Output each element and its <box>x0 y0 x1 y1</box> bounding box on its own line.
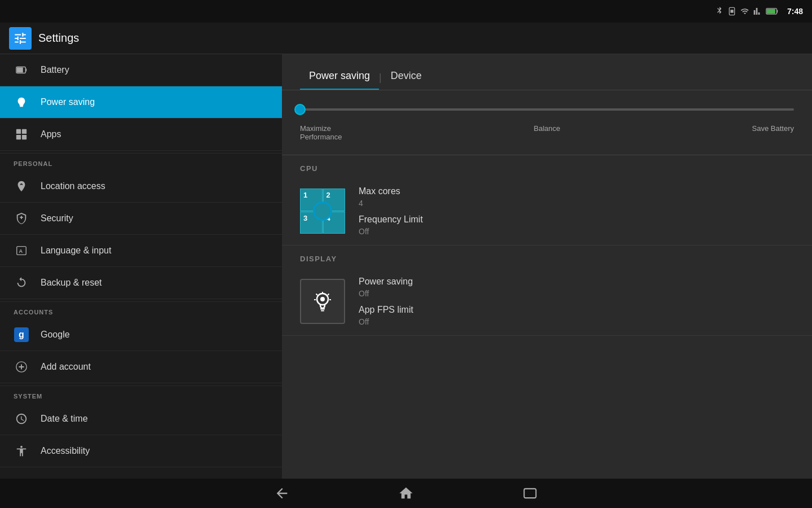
sim-icon <box>727 7 736 16</box>
sidebar-item-google-label: Google <box>41 330 70 340</box>
display-power-saving-label: Power saving <box>359 277 794 287</box>
section-header-personal: PERSONAL <box>0 153 282 170</box>
datetime-icon <box>14 411 29 427</box>
tab-device[interactable]: Device <box>382 65 431 90</box>
home-button[interactable] <box>395 482 417 505</box>
slider-section: MaximizePerformance Balance Save Battery <box>282 90 812 155</box>
location-icon <box>14 178 29 194</box>
google-icon: g <box>14 327 29 343</box>
sidebar-item-accessibility[interactable]: Accessibility <box>0 435 282 467</box>
sidebar-item-battery[interactable]: Battery <box>0 54 282 86</box>
display-icon <box>300 279 345 324</box>
sidebar-item-battery-label: Battery <box>41 65 69 75</box>
bottom-nav-bar <box>0 479 812 508</box>
sidebar-item-datetime-label: Date & time <box>41 414 88 424</box>
svg-line-20 <box>328 294 329 296</box>
svg-text:A: A <box>19 248 23 254</box>
sidebar-item-date-time[interactable]: Date & time <box>0 403 282 435</box>
back-button[interactable] <box>271 482 293 505</box>
sidebar-item-power-saving-label: Power saving <box>41 97 95 107</box>
apps-icon <box>14 126 29 142</box>
content-panel: Power saving | Device MaximizePerformanc… <box>282 54 812 479</box>
svg-rect-25 <box>524 489 536 498</box>
wifi-icon <box>740 7 750 16</box>
sidebar-item-add-account-label: Add account <box>41 362 91 372</box>
app-fps-limit-value: Off <box>359 317 794 326</box>
cpu-setting-info: Max cores 4 Frequency Limit Off <box>359 186 794 236</box>
accessibility-icon <box>14 443 29 459</box>
display-setting-info: Power saving Off App FPS limit Off <box>359 277 794 326</box>
slider-track[interactable] <box>300 108 794 111</box>
svg-rect-7 <box>17 67 23 72</box>
power-saving-icon <box>14 94 29 110</box>
sidebar-item-backup-label: Backup & reset <box>41 278 102 288</box>
settings-sliders-icon <box>13 31 28 46</box>
tab-power-saving[interactable]: Power saving <box>300 65 379 90</box>
sidebar-item-apps[interactable]: Apps <box>0 119 282 151</box>
language-icon: A <box>14 243 29 259</box>
sidebar-item-location-label: Location access <box>41 181 105 191</box>
display-section-title: DISPLAY <box>282 246 812 268</box>
svg-point-24 <box>320 297 325 301</box>
svg-rect-9 <box>22 129 27 134</box>
cpu-center-circle <box>313 202 332 221</box>
svg-rect-10 <box>16 135 21 139</box>
app-title: Settings <box>38 32 79 45</box>
display-setting-row: Power saving Off App FPS limit Off <box>282 268 812 336</box>
add-account-icon <box>14 359 29 375</box>
recents-button[interactable] <box>519 482 541 505</box>
max-cores-label: Max cores <box>359 186 794 196</box>
sidebar-item-google[interactable]: g Google <box>0 319 282 351</box>
sidebar-item-security-label: Security <box>41 213 73 224</box>
frequency-limit-value: Off <box>359 227 794 236</box>
svg-rect-17 <box>320 308 325 310</box>
section-header-accounts: ACCOUNTS <box>0 301 282 319</box>
status-icons <box>715 7 778 16</box>
content-tabs: Power saving | Device <box>282 54 812 90</box>
sidebar-item-backup[interactable]: Backup & reset <box>0 267 282 299</box>
main-layout: Battery Power saving Apps <box>0 54 812 479</box>
svg-rect-6 <box>25 68 27 72</box>
slider-label-max: MaximizePerformance <box>300 124 342 141</box>
section-header-system: SYSTEM <box>0 386 282 403</box>
bluetooth-icon <box>715 7 724 16</box>
backup-icon <box>14 275 29 291</box>
status-time: 7:48 <box>787 7 803 16</box>
battery-item-icon <box>14 62 29 78</box>
security-icon <box>14 211 29 226</box>
app-header: Settings <box>0 23 812 54</box>
sidebar-item-security[interactable]: Security <box>0 203 282 235</box>
svg-rect-4 <box>767 9 775 14</box>
slider-label-save: Save Battery <box>752 124 794 141</box>
slider-labels: MaximizePerformance Balance Save Battery <box>300 124 794 141</box>
sidebar-item-accessibility-label: Accessibility <box>41 446 90 456</box>
cpu-setting-row: 1 2 3 4 Max cores 4 Frequency Limit Off <box>282 177 812 246</box>
sidebar-item-power-saving[interactable]: Power saving <box>0 86 282 119</box>
sidebar-item-apps-label: Apps <box>41 129 61 139</box>
svg-line-22 <box>316 294 318 296</box>
max-cores-value: 4 <box>359 199 794 208</box>
svg-rect-8 <box>16 129 21 134</box>
app-fps-limit-label: App FPS limit <box>359 305 794 315</box>
slider-label-balance: Balance <box>534 124 561 141</box>
sidebar-item-location-access[interactable]: Location access <box>0 170 282 203</box>
sidebar-item-language[interactable]: A Language & input <box>0 235 282 267</box>
sidebar-item-language-label: Language & input <box>41 246 111 256</box>
sidebar-item-add-account[interactable]: Add account <box>0 351 282 383</box>
frequency-limit-label: Frequency Limit <box>359 214 794 225</box>
signal-icon <box>753 7 762 16</box>
cpu-section-title: CPU <box>282 155 812 177</box>
sidebar: Battery Power saving Apps <box>0 54 282 479</box>
cpu-icon: 1 2 3 4 <box>300 189 345 234</box>
battery-icon <box>766 7 778 15</box>
status-bar: 7:48 <box>0 0 812 23</box>
svg-rect-11 <box>22 135 27 139</box>
app-icon <box>9 27 32 50</box>
svg-rect-1 <box>730 10 733 12</box>
display-power-saving-value: Off <box>359 289 794 298</box>
slider-thumb[interactable] <box>294 104 306 115</box>
svg-rect-3 <box>776 10 778 12</box>
svg-rect-18 <box>321 310 324 312</box>
